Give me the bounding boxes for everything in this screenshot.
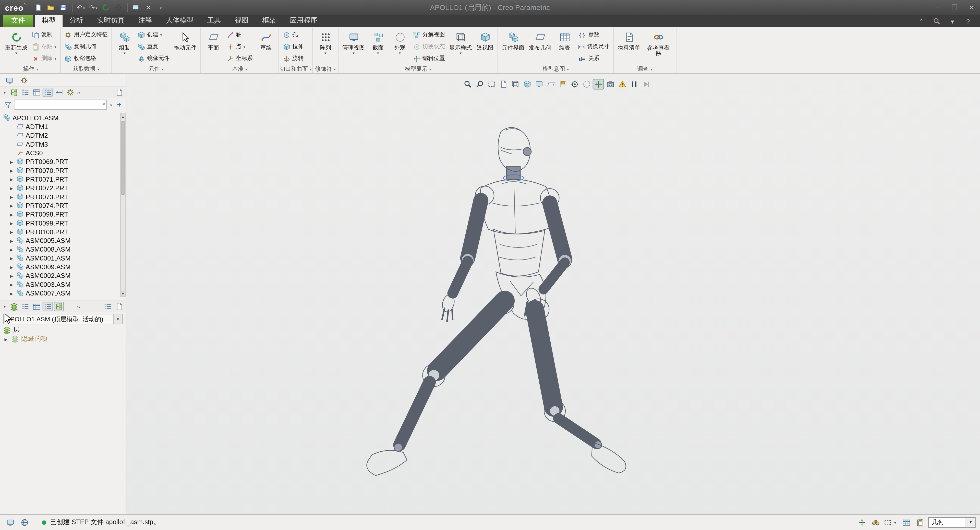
expand-icon[interactable]: ▶: [9, 282, 14, 286]
group-label-component[interactable]: 元件▾: [113, 65, 200, 73]
tree-item-adtm2[interactable]: ADTM2: [1, 131, 119, 139]
combobox-caret-icon[interactable]: ▼: [113, 314, 122, 324]
group-label-datum[interactable]: 基准▾: [201, 65, 278, 73]
tree-columns-icon[interactable]: [32, 88, 41, 97]
regenerate-quick-button[interactable]: [100, 2, 112, 13]
navigator-options-icon[interactable]: [19, 75, 29, 85]
add-filter-icon[interactable]: +: [115, 100, 123, 109]
3d-dragger-icon[interactable]: [856, 517, 867, 528]
expand-icon[interactable]: ▶: [9, 273, 14, 278]
tree-more-chevrons-icon[interactable]: »: [76, 89, 81, 96]
tree-item-prt0071[interactable]: ▶PRT0071.PRT: [1, 175, 119, 184]
expand-icon[interactable]: ▶: [9, 265, 14, 269]
edit-position-button[interactable]: 编辑位置: [411, 53, 447, 65]
robot-model[interactable]: [126, 74, 980, 514]
search-icon[interactable]: [932, 17, 941, 26]
appearance-button[interactable]: 外观▾: [389, 29, 410, 55]
paste-button[interactable]: 粘贴▾: [30, 41, 58, 53]
clear-search-icon[interactable]: ×: [102, 101, 106, 108]
options-caret-icon[interactable]: ▾: [948, 17, 957, 26]
layer-options-icon[interactable]: [103, 302, 113, 311]
tree-collapse-caret-icon[interactable]: ▾: [2, 90, 7, 94]
scrollbar-thumb[interactable]: [121, 121, 124, 195]
scroll-up-icon[interactable]: ▲: [121, 113, 125, 119]
saved-orientations-icon[interactable]: [521, 79, 533, 89]
tree-item-asm0009[interactable]: ▶ASM0009.ASM: [1, 262, 119, 271]
clipboard-icon[interactable]: [915, 517, 926, 528]
hidden-items-item[interactable]: ▶隐藏的项: [0, 334, 126, 343]
snapshot-icon[interactable]: [605, 79, 616, 89]
expand-icon[interactable]: ▶: [9, 203, 14, 208]
annotation-display-icon[interactable]: [557, 79, 568, 89]
delete-button[interactable]: ×删除▾: [30, 53, 58, 65]
save-button[interactable]: [57, 2, 70, 13]
redo-button[interactable]: ↷▾: [87, 2, 99, 13]
tab-tools[interactable]: 工具: [200, 14, 228, 27]
expand-icon[interactable]: ▶: [9, 212, 14, 216]
manage-views-button[interactable]: 管理视图▾: [340, 29, 367, 55]
group-label-cut-surface[interactable]: 切口和曲面▾: [280, 65, 312, 73]
tree-item-prt0074[interactable]: ▶PRT0074.PRT: [1, 201, 119, 210]
tab-analysis[interactable]: 分析: [62, 14, 90, 27]
tree-item-acs0[interactable]: ACS0: [1, 148, 119, 157]
tree-item-asm0005[interactable]: ▶ASM0005.ASM: [1, 236, 119, 245]
bom-button[interactable]: 物料清单: [616, 29, 642, 51]
selection-filter-box[interactable]: ▾: [883, 518, 898, 527]
refresh-button[interactable]: [112, 2, 124, 13]
close-window-button[interactable]: ✕: [142, 2, 154, 13]
shrinkwrap-button[interactable]: 收缩包络: [62, 53, 110, 65]
csys-button[interactable]: 坐标系: [224, 53, 255, 65]
tree-item-prt0073[interactable]: ▶PRT0073.PRT: [1, 192, 119, 201]
expand-icon[interactable]: ▶: [9, 186, 14, 190]
expand-icon[interactable]: ▶: [9, 195, 14, 199]
step-forward-icon[interactable]: [640, 79, 651, 89]
repeat-button[interactable]: 重复: [136, 41, 172, 53]
family-table-button[interactable]: 族表: [554, 29, 575, 51]
layer-view-3-icon[interactable]: [65, 302, 75, 311]
expand-icon[interactable]: ▶: [9, 160, 14, 164]
tab-manikin[interactable]: 人体模型: [159, 14, 200, 27]
axis-button[interactable]: 轴: [224, 29, 255, 41]
collapse-ribbon-icon[interactable]: ⌃: [917, 17, 925, 26]
open-button[interactable]: [45, 2, 57, 13]
toggle-status-button[interactable]: 切换状态: [411, 41, 447, 53]
component-interface-button[interactable]: 元件界面: [500, 29, 527, 51]
regenerate-button[interactable]: 重新生成▾: [3, 29, 29, 55]
layer-view-1-icon[interactable]: [43, 302, 52, 311]
group-label-model-display[interactable]: 模型显示▾: [339, 65, 497, 73]
assemble-button[interactable]: 组装▾: [114, 29, 135, 55]
expand-icon[interactable]: ▶: [9, 177, 14, 181]
warnings-icon[interactable]: [616, 79, 628, 89]
filter-funnel-icon[interactable]: [3, 100, 13, 109]
layer-list-icon[interactable]: [20, 302, 30, 311]
tree-item-prt0098[interactable]: ▶PRT0098.PRT: [1, 210, 119, 219]
tree-item-prt0069[interactable]: ▶PRT0069.PRT: [1, 157, 119, 166]
copy-geometry-button[interactable]: 复制几何: [62, 41, 110, 53]
layer-collapse-caret-icon[interactable]: ▾: [2, 304, 7, 308]
extrude-button[interactable]: 拉伸: [281, 41, 305, 53]
expand-icon[interactable]: ▶: [9, 168, 14, 172]
pattern-button[interactable]: 阵列▾: [315, 29, 336, 55]
group-label-model-intent[interactable]: 模型意图▾: [499, 65, 612, 73]
expand-icon[interactable]: ▶: [9, 229, 14, 234]
tree-item-asm0008[interactable]: ▶ASM0008.ASM: [1, 245, 119, 254]
zoom-in-icon[interactable]: [462, 79, 473, 89]
maximize-button[interactable]: ❐: [946, 0, 963, 14]
repaint-icon[interactable]: [498, 79, 509, 89]
customize-qat-button[interactable]: ▾: [155, 2, 167, 13]
mirror-component-button[interactable]: 镜像元件: [136, 53, 172, 65]
snap-grid-icon[interactable]: [900, 517, 912, 528]
selection-filter-dropdown[interactable]: 几何 ▼: [928, 517, 976, 528]
tree-item-prt0099[interactable]: ▶PRT0099.PRT: [1, 219, 119, 227]
tab-view[interactable]: 视图: [228, 14, 255, 27]
reference-viewer-button[interactable]: 参考查看器: [643, 29, 674, 57]
layer-columns-icon[interactable]: [32, 302, 41, 311]
expand-icon[interactable]: ▶: [9, 238, 14, 243]
windows-button[interactable]: [130, 2, 142, 13]
perspective-button[interactable]: 透视图: [474, 29, 495, 51]
scroll-down-icon[interactable]: ▼: [121, 291, 125, 296]
realtime-render-icon[interactable]: [581, 79, 592, 89]
tree-list-icon[interactable]: [20, 88, 30, 97]
new-file-button[interactable]: [32, 2, 44, 13]
expand-icon[interactable]: ▶: [9, 221, 14, 225]
